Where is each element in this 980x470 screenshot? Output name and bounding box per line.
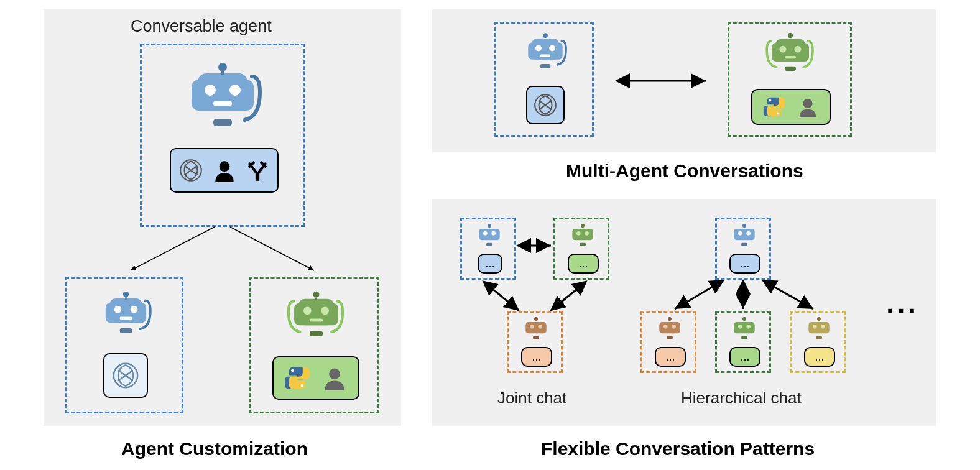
svg-point-77 xyxy=(663,325,668,329)
svg-point-45 xyxy=(780,46,787,53)
robot-icon-green xyxy=(765,30,815,75)
agent-customization-caption: Agent Customization xyxy=(121,438,308,459)
green-agent-mac xyxy=(728,22,852,137)
svg-point-76 xyxy=(668,317,672,321)
svg-rect-89 xyxy=(816,336,822,339)
svg-rect-47 xyxy=(785,56,796,58)
svg-point-37 xyxy=(549,45,555,52)
tools-icon xyxy=(244,157,270,183)
flexible-patterns-panel: ... ... ... Joint chat ... ... ... ... H… xyxy=(432,199,936,426)
joint-arrow-top xyxy=(516,239,555,252)
svg-point-82 xyxy=(738,325,742,329)
svg-point-17 xyxy=(114,306,122,313)
svg-line-92 xyxy=(765,282,813,309)
svg-rect-85 xyxy=(808,322,829,333)
multi-agent-caption: Multi-Agent Conversations xyxy=(566,160,803,182)
svg-point-60 xyxy=(585,231,589,236)
hier-yellow-agent: ... xyxy=(790,311,846,373)
agent-customization-panel: Conversable agent xyxy=(44,9,401,426)
svg-point-46 xyxy=(795,46,802,53)
robot-icon-green-tiny xyxy=(569,223,596,247)
green-agent-small xyxy=(249,277,379,413)
ellipsis-text: ... xyxy=(485,257,494,270)
svg-point-87 xyxy=(813,325,817,329)
ellipsis-text: ... xyxy=(740,257,749,270)
hier-arrow-r xyxy=(759,277,821,314)
cap-tiny: ... xyxy=(729,347,760,367)
person-icon xyxy=(796,95,820,119)
svg-rect-34 xyxy=(528,42,562,60)
svg-rect-75 xyxy=(659,322,680,333)
svg-point-51 xyxy=(803,99,812,108)
svg-point-63 xyxy=(534,317,538,321)
svg-point-58 xyxy=(581,224,585,228)
svg-point-53 xyxy=(488,224,491,228)
svg-point-78 xyxy=(672,325,676,329)
svg-point-9 xyxy=(219,161,229,172)
openai-icon xyxy=(532,92,558,118)
svg-point-86 xyxy=(817,317,821,321)
cap-tiny: ... xyxy=(478,254,502,274)
svg-point-55 xyxy=(491,231,496,236)
robot-icon-blue xyxy=(523,30,568,72)
svg-rect-1 xyxy=(192,80,254,111)
svg-point-50 xyxy=(777,113,780,115)
svg-rect-29 xyxy=(310,331,323,336)
svg-line-11 xyxy=(131,227,215,270)
ellipsis-text: ... xyxy=(665,351,675,364)
openai-cap xyxy=(526,86,565,124)
svg-rect-19 xyxy=(120,317,132,320)
svg-rect-10 xyxy=(256,173,259,181)
python-person-cap xyxy=(751,89,831,125)
cap-tiny: ... xyxy=(729,254,760,274)
blue-agent-small xyxy=(65,277,183,413)
svg-rect-56 xyxy=(486,243,492,246)
svg-point-27 xyxy=(321,306,329,315)
svg-point-73 xyxy=(746,231,751,236)
openai-icon xyxy=(178,157,204,183)
svg-rect-52 xyxy=(479,229,499,240)
robot-icon-yellow-tiny xyxy=(805,316,833,341)
svg-rect-14 xyxy=(106,303,146,323)
cap-tiny: ... xyxy=(568,254,599,274)
svg-rect-20 xyxy=(120,328,132,333)
svg-point-24 xyxy=(313,292,320,298)
robot-icon-blue-tiny xyxy=(731,223,758,247)
svg-point-31 xyxy=(301,384,303,387)
svg-point-54 xyxy=(483,231,488,236)
svg-point-35 xyxy=(543,33,548,38)
svg-point-81 xyxy=(742,317,746,321)
svg-point-4 xyxy=(205,85,216,96)
robot-icon-green-tiny xyxy=(731,316,758,341)
svg-rect-79 xyxy=(667,336,673,339)
openai-icon xyxy=(111,361,141,390)
svg-point-49 xyxy=(769,99,771,102)
ellipsis-text: ... xyxy=(532,351,541,364)
conversable-agent-title: Conversable agent xyxy=(131,17,272,36)
svg-line-68 xyxy=(485,283,519,311)
robot-icon-orange-tiny xyxy=(522,316,550,341)
hier-arrow-m xyxy=(737,280,749,312)
python-person-cap-box xyxy=(272,356,359,400)
svg-line-90 xyxy=(675,282,721,309)
ellipsis-text: ... xyxy=(815,351,824,364)
svg-rect-61 xyxy=(580,243,586,246)
patterns-ellipsis: ... xyxy=(886,286,918,320)
robot-icon-orange-tiny xyxy=(656,316,683,341)
python-icon xyxy=(762,95,786,119)
svg-rect-43 xyxy=(772,43,809,62)
arrow-split-right xyxy=(227,227,351,277)
svg-rect-38 xyxy=(540,55,551,57)
svg-point-83 xyxy=(746,325,751,329)
svg-rect-80 xyxy=(734,322,754,333)
svg-rect-23 xyxy=(294,303,338,325)
flexible-patterns-caption: Flexible Conversation Patterns xyxy=(541,438,815,459)
svg-point-5 xyxy=(229,85,241,96)
cap-tiny: ... xyxy=(804,347,835,367)
robot-icon-blue-tiny xyxy=(476,223,503,247)
person-icon xyxy=(321,364,348,392)
svg-rect-70 xyxy=(734,229,754,240)
svg-point-32 xyxy=(329,369,340,380)
svg-point-64 xyxy=(530,325,534,329)
cap-tiny: ... xyxy=(521,347,552,367)
